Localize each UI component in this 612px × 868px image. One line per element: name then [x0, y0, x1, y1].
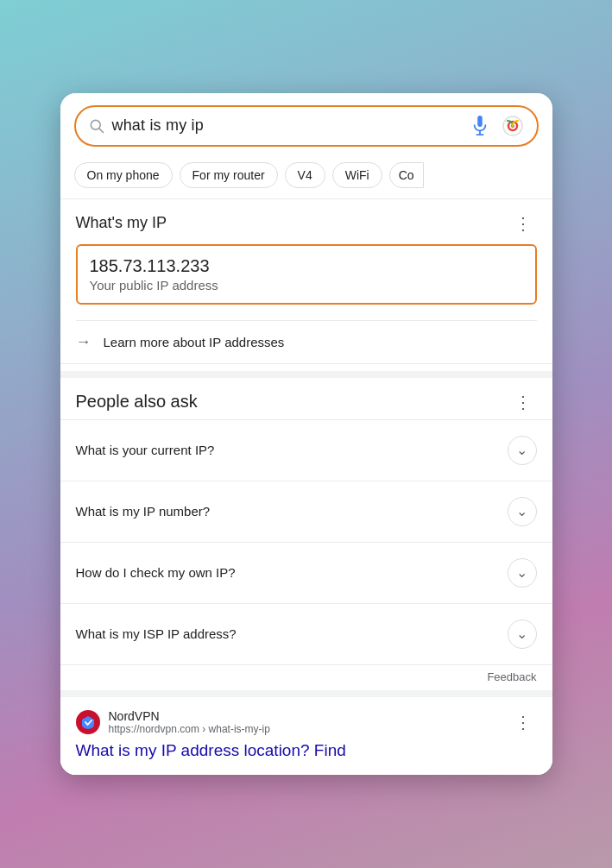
ip-card-header: What's my IP ⋮	[76, 213, 537, 234]
search-query: what is my ip	[112, 116, 461, 135]
result-title[interactable]: What is my IP address location? Find	[76, 740, 537, 762]
ip-card-title: What's my IP	[76, 214, 167, 232]
paa-expand-0[interactable]: ⌄	[508, 436, 537, 465]
chip-for-my-router[interactable]: For my router	[180, 162, 278, 188]
chip-v4[interactable]: V4	[285, 162, 325, 188]
chip-co[interactable]: Co	[389, 162, 424, 188]
search-icons-right	[468, 114, 525, 138]
chip-on-my-phone[interactable]: On my phone	[74, 162, 173, 188]
search-result-nordvpn: NordVPN https://nordvpn.com › what-is-my…	[60, 690, 552, 776]
filter-chips: On my phone For my router V4 WiFi Co	[60, 155, 552, 199]
chevron-down-icon-0: ⌄	[516, 442, 527, 458]
search-icon	[88, 117, 105, 135]
paa-item-2[interactable]: How do I check my own IP? ⌄	[60, 542, 552, 603]
learn-more-row[interactable]: → Learn more about IP addresses	[60, 321, 552, 364]
ip-label: Your public IP address	[90, 278, 523, 292]
nordvpn-favicon	[76, 710, 100, 734]
paa-question-3: What is my ISP IP address?	[76, 626, 237, 641]
chevron-down-icon-3: ⌄	[516, 626, 527, 642]
paa-expand-2[interactable]: ⌄	[508, 558, 537, 588]
search-bar-area: what is my ip	[60, 93, 552, 155]
main-content: What's my IP ⋮ 185.73.113.233 Your publi…	[60, 199, 552, 776]
chip-wifi[interactable]: WiFi	[332, 162, 382, 188]
svg-line-1	[98, 129, 103, 133]
ip-result-box: 185.73.113.233 Your public IP address	[76, 244, 537, 305]
search-bar[interactable]: what is my ip	[74, 105, 539, 147]
google-lens-icon[interactable]	[501, 114, 525, 138]
paa-item-0[interactable]: What is your current IP? ⌄	[60, 419, 552, 481]
svg-rect-2	[477, 116, 483, 127]
feedback-row: Feedback	[60, 664, 552, 690]
feedback-label[interactable]: Feedback	[487, 670, 536, 683]
paa-title: People also ask	[76, 392, 198, 412]
paa-question-0: What is your current IP?	[76, 443, 215, 457]
source-url: https://nordvpn.com › what-is-my-ip	[109, 723, 270, 735]
mic-icon[interactable]	[468, 114, 492, 138]
ip-address: 185.73.113.233	[90, 256, 523, 276]
phone-card: what is my ip	[60, 93, 552, 776]
paa-item-3[interactable]: What is my ISP IP address? ⌄	[60, 603, 552, 664]
people-also-ask-section: People also ask ⋮ What is your current I…	[60, 371, 552, 690]
source-name: NordVPN	[109, 709, 270, 723]
arrow-right-icon: →	[76, 333, 91, 351]
source-info: NordVPN https://nordvpn.com › what-is-my…	[109, 709, 270, 735]
paa-question-2: How do I check my own IP?	[76, 565, 236, 580]
chevron-down-icon-2: ⌄	[516, 564, 527, 581]
paa-expand-1[interactable]: ⌄	[508, 497, 537, 526]
ip-card-menu-button[interactable]: ⋮	[509, 213, 537, 234]
learn-more-text: Learn more about IP addresses	[104, 335, 285, 349]
result-menu-button[interactable]: ⋮	[509, 712, 537, 733]
chevron-down-icon-1: ⌄	[516, 503, 527, 519]
result-source: NordVPN https://nordvpn.com › what-is-my…	[76, 709, 270, 735]
ip-card: What's my IP ⋮ 185.73.113.233 Your publi…	[60, 199, 552, 320]
paa-item-1[interactable]: What is my IP number? ⌄	[60, 481, 552, 542]
paa-expand-3[interactable]: ⌄	[508, 620, 537, 649]
paa-header: People also ask ⋮	[60, 378, 552, 419]
paa-menu-button[interactable]: ⋮	[509, 392, 537, 412]
result-meta: NordVPN https://nordvpn.com › what-is-my…	[76, 709, 537, 735]
nordvpn-logo-icon	[80, 714, 96, 730]
paa-question-1: What is my IP number?	[76, 504, 211, 519]
